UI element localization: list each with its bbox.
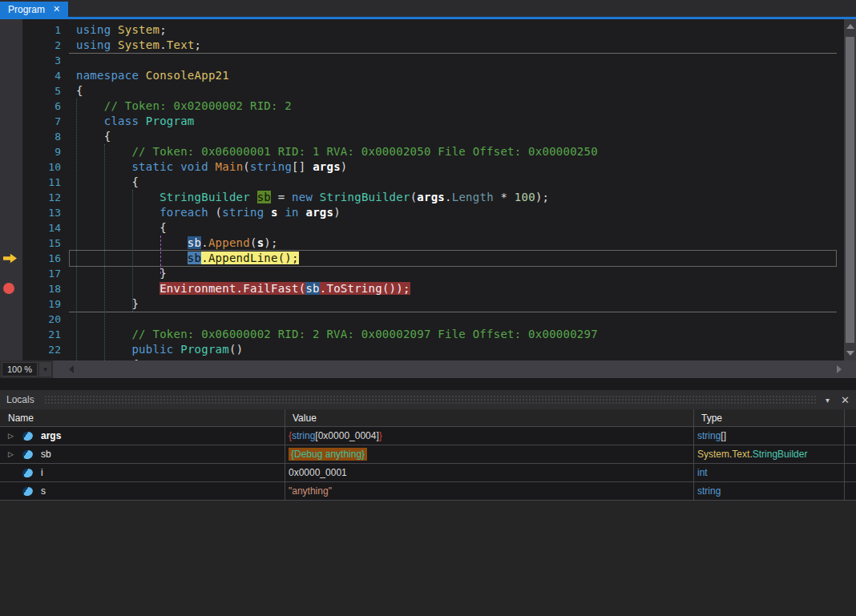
line-number[interactable]: 15 (22, 236, 61, 251)
code-line-6[interactable]: 6 // Token: 0x02000002 RID: 2 (0, 99, 844, 114)
variable-value-cell[interactable]: {string[0x0000_0004]} (285, 427, 693, 445)
scroll-right-icon[interactable] (837, 365, 842, 373)
code-line-12[interactable]: 12 StringBuilder sb = new StringBuilder(… (0, 190, 844, 205)
code-line-18[interactable]: 18 Environment.FailFast(sb.ToString()); (0, 281, 844, 296)
tab-close-icon[interactable]: ✕ (53, 4, 60, 14)
code-line-15[interactable]: 15 sb.Append(s); (0, 236, 844, 251)
vertical-scrollbar-thumb[interactable] (846, 37, 854, 343)
zoom-level-box[interactable]: 100 % (2, 362, 38, 376)
line-number[interactable]: 2 (22, 38, 61, 53)
line-number[interactable]: 4 (22, 68, 61, 83)
code-text: // Token: 0x02000002 RID: 2 (76, 99, 292, 114)
line-number[interactable]: 11 (22, 175, 61, 190)
line-number[interactable]: 22 (22, 342, 61, 357)
panel-divider[interactable] (0, 378, 856, 390)
expander-icon[interactable]: ▷ (8, 432, 18, 440)
line-number[interactable]: 7 (22, 114, 61, 129)
locals-row-sb[interactable]: ▷sb{Debug anything}System.Text.StringBui… (0, 445, 856, 464)
code-line-14[interactable]: 14 { (0, 220, 844, 236)
line-number[interactable]: 16 (22, 251, 61, 266)
zoom-dropdown-button[interactable]: ▾ (39, 362, 51, 376)
line-number[interactable]: 9 (22, 144, 61, 159)
code-line-4[interactable]: 4namespace ConsoleApp21 (0, 68, 844, 83)
code-editor[interactable]: 1using System;2using System.Text;34names… (0, 19, 844, 360)
code-line-17[interactable]: 17 } (0, 266, 844, 281)
locals-close-icon[interactable]: ✕ (841, 394, 850, 406)
type-token: StringBuilder (753, 449, 808, 460)
code-token: . (445, 191, 452, 203)
locals-row-s[interactable]: s"anything"string (0, 482, 856, 501)
code-text: { (76, 175, 139, 190)
code-line-22[interactable]: 22 public Program() (0, 342, 844, 357)
code-line-20[interactable]: 20 (0, 312, 844, 327)
code-token: static void (131, 160, 215, 173)
scroll-down-icon[interactable] (846, 351, 854, 356)
line-number[interactable]: 19 (22, 296, 61, 312)
line-number[interactable]: 17 (22, 266, 61, 281)
code-token: // Token: 0x06000002 RID: 2 RVA: 0x00002… (76, 328, 598, 340)
variable-icon (22, 430, 34, 441)
tab-program[interactable]: Program ✕ (0, 2, 68, 17)
code-line-16[interactable]: 16 sb.AppendLine(); (0, 251, 844, 266)
line-number[interactable]: 5 (22, 83, 61, 99)
line-number[interactable]: 13 (22, 205, 61, 220)
code-line-10[interactable]: 10 static void Main(string[] args) (0, 159, 844, 175)
column-separator[interactable] (693, 409, 694, 501)
code-line-1[interactable]: 1using System; (0, 22, 844, 38)
variable-name: sb (41, 449, 51, 460)
column-header-name[interactable]: Name (0, 409, 285, 427)
line-number[interactable]: 14 (22, 220, 61, 236)
line-number[interactable]: 3 (22, 53, 61, 68)
scroll-up-icon[interactable] (846, 24, 854, 29)
code-line-9[interactable]: 9 // Token: 0x06000001 RID: 1 RVA: 0x000… (0, 144, 844, 159)
line-number[interactable]: 1 (22, 22, 61, 38)
line-number[interactable]: 10 (22, 159, 61, 175)
value-token: 0x0000_0001 (289, 467, 347, 478)
code-line-3[interactable]: 3 (0, 53, 844, 68)
variable-value-cell[interactable]: 0x0000_0001 (285, 464, 693, 481)
locals-title-bar[interactable]: Locals ▾ ✕ (0, 390, 856, 409)
code-line-21[interactable]: 21 // Token: 0x06000002 RID: 2 RVA: 0x00… (0, 327, 844, 342)
line-number[interactable]: 6 (22, 99, 61, 114)
locals-row-args[interactable]: ▷args{string[0x0000_0004]}string[] (0, 427, 856, 445)
variable-type-cell: System.Text.StringBuilder (693, 445, 844, 463)
code-line-2[interactable]: 2using System.Text; (0, 38, 844, 53)
code-text: public Program() (76, 342, 243, 357)
scroll-left-icon[interactable] (69, 365, 74, 373)
code-token: StringBuilder (159, 191, 250, 203)
type-token: System (697, 449, 729, 460)
column-header-type[interactable]: Type (693, 409, 844, 427)
vertical-scrollbar[interactable] (844, 19, 856, 360)
code-line-19[interactable]: 19 } (0, 296, 844, 312)
expander-icon[interactable]: ▷ (8, 450, 18, 458)
line-number[interactable]: 20 (22, 312, 61, 327)
code-token: ( (243, 160, 250, 173)
column-separator[interactable] (285, 409, 285, 501)
locals-menu-dropdown-icon[interactable]: ▾ (826, 396, 830, 405)
tab-bar: Program ✕ (0, 0, 856, 19)
code-token: args (313, 160, 341, 173)
code-text: sb.Append(s); (76, 236, 278, 251)
variable-value-cell[interactable]: "anything" (285, 482, 693, 500)
code-line-7[interactable]: 7 class Program (0, 114, 844, 129)
line-number[interactable]: 12 (22, 190, 61, 205)
code-token: sb (188, 236, 201, 249)
locals-row-i[interactable]: i0x0000_0001int (0, 464, 856, 482)
line-number[interactable]: 21 (22, 327, 61, 342)
horizontal-scrollbar[interactable] (53, 360, 856, 378)
variable-icon (22, 485, 34, 496)
code-token: s (271, 206, 278, 219)
line-number[interactable]: 8 (22, 129, 61, 144)
code-line-5[interactable]: 5{ (0, 83, 844, 99)
code-token: Program (180, 343, 229, 356)
line-number[interactable]: 18 (22, 281, 61, 296)
code-line-11[interactable]: 11 { (0, 175, 844, 190)
code-text: static void Main(string[] args) (76, 159, 348, 175)
code-token: // Token: 0x06000001 RID: 1 RVA: 0x00002… (76, 145, 598, 158)
code-line-8[interactable]: 8 { (0, 129, 844, 144)
code-token: sb (257, 191, 271, 203)
column-separator[interactable] (844, 409, 845, 501)
column-header-value[interactable]: Value (285, 409, 693, 427)
code-line-13[interactable]: 13 foreach (string s in args) (0, 205, 844, 220)
variable-value-cell[interactable]: {Debug anything} (285, 445, 693, 463)
